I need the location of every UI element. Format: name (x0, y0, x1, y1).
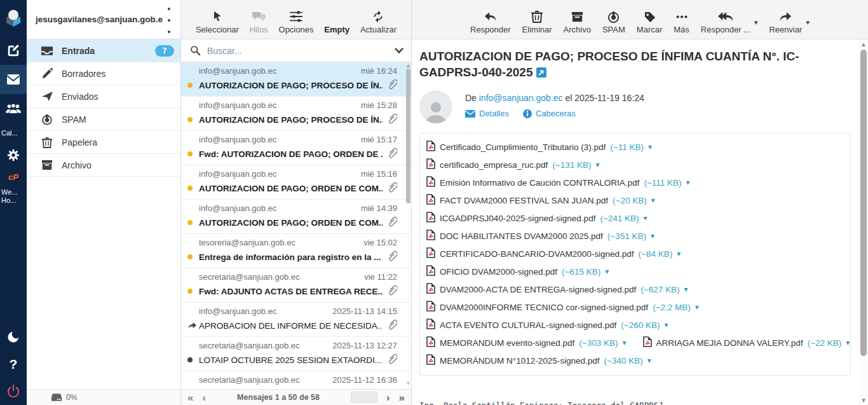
first-page-button[interactable]: « (187, 392, 193, 403)
next-page-button[interactable]: › (386, 392, 390, 403)
webmail-home-button[interactable]: We... Ho... (0, 186, 27, 207)
select-button[interactable]: Seleccionar (196, 10, 239, 34)
attachment-item[interactable]: OFICIO DVAM2000-signed.pdf(~615 KB)▾ (426, 265, 609, 278)
dark-mode-toggle[interactable] (0, 322, 27, 352)
attachment-item[interactable]: MEMORÁNDUM N°1012-2025-signed.pdf(~340 K… (426, 354, 651, 367)
message-row[interactable]: info@sanjuan.gob.ecmié 16:24AUTORIZACION… (181, 62, 411, 97)
message-row[interactable]: info@sanjuan.gob.ecmié 15:16AUTORIZACION… (181, 165, 411, 200)
attachment-name[interactable]: ACTA EVENTO CULTURAL-signed-signed.pdf (440, 320, 616, 330)
delete-button[interactable]: Eliminar (522, 10, 552, 34)
cpanel-button[interactable]: cP (0, 168, 27, 186)
attachment-name[interactable]: ARRIAGA MEJIA DONNA VALERY.pdf (656, 338, 803, 348)
reply-button[interactable]: Responder (470, 11, 511, 34)
more-button[interactable]: Más (674, 11, 689, 34)
sender-email-link[interactable]: info@sanjuan.gob.ec (479, 93, 563, 103)
message-row[interactable]: secretaria@sanjuan.gob.ec2025-11-13 12:2… (181, 337, 411, 371)
refresh-button[interactable]: Actualizar (360, 10, 397, 34)
attachment-dropdown-icon[interactable]: ▾ (665, 320, 668, 329)
attachment-dropdown-icon[interactable]: ▾ (651, 231, 654, 240)
attachment-dropdown-icon[interactable]: ▾ (648, 356, 651, 365)
attachment-dropdown-icon[interactable]: ▾ (846, 338, 850, 347)
attachment-item[interactable]: FACT DVAM2000 FESTIVAL SAN JUAN.pdf(~20 … (426, 194, 655, 207)
attachment-name[interactable]: CERTIFICADO-BANCARIO-DVAM2000-signed.pdf (440, 249, 634, 259)
message-row[interactable]: secretaria@sanjuan.gob.ec2025-11-12 16:3… (181, 371, 411, 389)
attachment-dropdown-icon[interactable]: ▾ (596, 160, 600, 169)
message-row[interactable]: info@sanjuan.gob.ecmié 15:17Fwd: AUTORIZ… (181, 131, 411, 165)
attachment-dropdown-icon[interactable]: ▾ (686, 178, 690, 187)
message-row[interactable]: info@sanjuan.gob.ecmié 14:39AUTORIZACION… (181, 200, 411, 234)
attachment-dropdown-icon[interactable]: ▾ (648, 142, 652, 151)
folder-actions-menu-button[interactable] (163, 3, 175, 37)
options-button[interactable]: Opciones (279, 10, 314, 34)
scroll-up-icon[interactable]: ▲ (859, 41, 868, 48)
forward-button[interactable]: Reenviar (769, 11, 802, 34)
search-input[interactable] (207, 46, 388, 56)
sidebar-item-papelera[interactable]: Papelera (27, 131, 180, 154)
attachment-item[interactable]: DVAM2000-ACTA DE ENTREGA-signed-signed.p… (426, 283, 688, 296)
message-row[interactable]: secretaria@sanjuan.gob.ecvie 11:22Fwd: A… (181, 268, 411, 303)
details-toggle[interactable]: Detalles (465, 109, 509, 118)
reply-all-dropdown-icon[interactable]: ▾ (754, 18, 758, 34)
attachment-name[interactable]: ICGADPRSJ040-2025-signed-signed.pdf (440, 214, 595, 223)
list-scrollbar[interactable]: ▲ ▼ (405, 62, 411, 389)
attachment-item[interactable]: Certificado_Cumplimiento_Tributario (3).… (426, 141, 652, 154)
attachment-item[interactable]: ICGADPRSJ040-2025-signed-signed.pdf(~241… (426, 212, 648, 225)
sidebar-item-enviados[interactable]: Enviados (27, 85, 180, 108)
attachment-item[interactable]: certificado_empresa_ruc.pdf(~131 KB)▾ (426, 158, 600, 172)
app-logo[interactable] (0, 0, 27, 36)
attachment-item[interactable]: DVAM2000INFORME TECNICO cor-signed-signe… (426, 301, 699, 314)
attachment-dropdown-icon[interactable]: ▾ (605, 267, 609, 276)
open-in-new-window-button[interactable] (536, 65, 546, 81)
search-options-chevron-icon[interactable] (395, 48, 403, 53)
attachment-dropdown-icon[interactable]: ▾ (623, 338, 627, 347)
attachment-name[interactable]: Certificado_Cumplimiento_Tributario (3).… (440, 142, 606, 152)
message-row[interactable]: info@sanjuan.gob.ec2025-11-13 14:15APROB… (181, 303, 411, 337)
attachment-item[interactable]: DOC HABILITANTES DVAM2000 2025.pdf(~351 … (426, 230, 654, 243)
archive-button[interactable]: Archivo (564, 11, 591, 34)
reply-all-button[interactable]: Responder ... (701, 11, 750, 34)
message-row[interactable]: tesoreria@sanjuan.gob.ecvie 15:02Entrega… (181, 234, 411, 268)
attachment-name[interactable]: DOC HABILITANTES DVAM2000 2025.pdf (440, 231, 603, 241)
attachment-item[interactable]: Emisión Informativo de Caución CONTRALOR… (426, 176, 690, 189)
attachment-item[interactable]: CERTIFICADO-BANCARIO-DVAM2000-signed.pdf… (426, 247, 681, 261)
message-row[interactable]: info@sanjuan.gob.ecmié 15:28AUTORIZACION… (181, 97, 411, 131)
attachment-dropdown-icon[interactable]: ▾ (695, 303, 699, 312)
sidebar-item-spam[interactable]: SPAM (27, 108, 180, 131)
logout-button[interactable] (0, 377, 27, 405)
reading-pane-scrollbar[interactable]: ▲ ▼ (859, 39, 868, 405)
attachment-name[interactable]: DVAM2000INFORME TECNICO cor-signed-signe… (440, 303, 648, 312)
attachment-item[interactable]: ACTA EVENTO CULTURAL-signed-signed.pdf(~… (426, 319, 668, 332)
empty-button[interactable]: Empty (324, 25, 349, 34)
attachment-name[interactable]: MEMORÁNDUM N°1012-2025-signed.pdf (440, 356, 600, 366)
sidebar-item-borradores[interactable]: Borradores (27, 62, 180, 85)
attachment-dropdown-icon[interactable]: ▾ (677, 249, 681, 258)
scroll-down-icon[interactable]: ▼ (405, 380, 411, 387)
settings-nav-button[interactable] (0, 142, 27, 168)
threads-button[interactable]: Hilos (250, 10, 268, 34)
attachment-item[interactable]: ARRIAGA MEJIA DONNA VALERY.pdf(~22 KB)▾ (643, 336, 850, 350)
mark-button[interactable]: Marcar (637, 11, 662, 34)
reading-scrollbar-thumb[interactable] (860, 50, 867, 356)
prev-page-button[interactable]: ‹ (202, 392, 206, 403)
mail-nav-button[interactable] (0, 65, 27, 94)
attachment-name[interactable]: Emisión Informativo de Caución CONTRALOR… (440, 178, 639, 188)
attachment-name[interactable]: MEMORANDUM evento-signed.pdf (440, 338, 574, 348)
calendar-nav-button[interactable]: Cal... (0, 123, 27, 142)
last-page-button[interactable]: » (399, 392, 405, 403)
attachment-name[interactable]: FACT DVAM2000 FESTIVAL SAN JUAN.pdf (440, 196, 608, 205)
compose-button[interactable] (0, 36, 27, 65)
attachment-name[interactable]: certificado_empresa_ruc.pdf (440, 160, 548, 170)
attachment-item[interactable]: MEMORANDUM evento-signed.pdf(~303 KB)▾ (426, 336, 627, 350)
forward-dropdown-icon[interactable]: ▾ (806, 18, 810, 34)
attachment-dropdown-icon[interactable]: ▾ (644, 214, 648, 223)
attachment-dropdown-icon[interactable]: ▾ (651, 196, 655, 205)
list-scrollbar-thumb[interactable] (406, 69, 410, 203)
page-number-input[interactable] (351, 392, 377, 403)
attachment-name[interactable]: DVAM2000-ACTA DE ENTREGA-signed-signed.p… (440, 285, 636, 294)
help-button[interactable]: ? (0, 352, 27, 377)
attachment-name[interactable]: OFICIO DVAM2000-signed.pdf (440, 267, 557, 277)
contacts-nav-button[interactable] (0, 94, 27, 123)
attachment-dropdown-icon[interactable]: ▾ (684, 285, 688, 294)
spam-button[interactable]: SPAM (602, 10, 625, 34)
scroll-down-icon[interactable]: ▼ (859, 397, 868, 404)
